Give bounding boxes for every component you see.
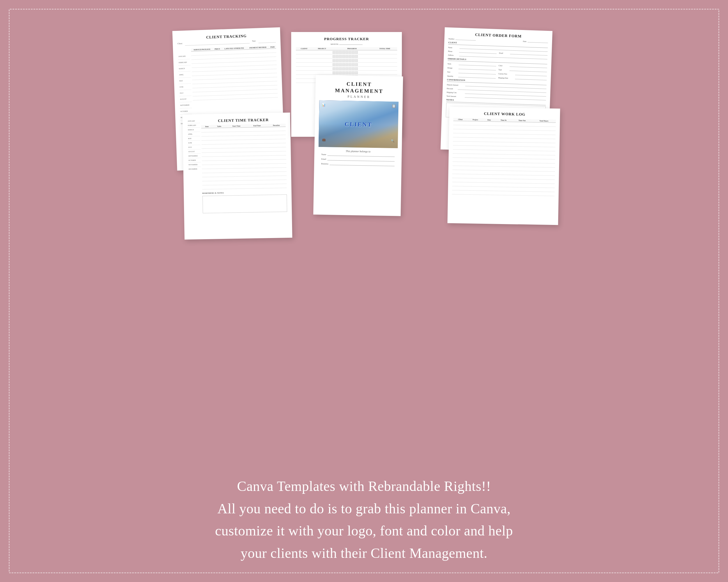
table-row xyxy=(296,67,397,71)
time-tracker-months: JANUARY FEBRUARY MARCH APRIL MAY JUNE JU… xyxy=(187,119,202,214)
shipping-line xyxy=(515,76,547,80)
time-tracker-card: JANUARY FEBRUARY MARCH APRIL MAY JUNE JU… xyxy=(182,113,292,240)
month-jan: JANUARY xyxy=(178,53,190,60)
address-lbl: Address xyxy=(448,54,458,56)
discount-lbl: Discount xyxy=(447,88,457,90)
month-feb: FEBRUARY xyxy=(178,59,190,66)
table-row xyxy=(296,50,397,54)
work-log-card: CLIENT WORK LOG Client Project Date Time… xyxy=(448,107,560,225)
table-row xyxy=(296,58,397,62)
design-field: Design xyxy=(447,66,496,71)
time-tracker-table: Date Tasks Start Time End Time Duration xyxy=(201,124,287,189)
size-lbl: Size xyxy=(447,71,458,73)
deposit-lbl: Deposit Amount xyxy=(447,84,464,86)
table-row xyxy=(296,62,397,67)
month-value xyxy=(339,45,363,45)
bottom-line2: All you need to do is to grab this plann… xyxy=(52,498,676,520)
work-log-table: Client Project Date Time In Time Out Tot… xyxy=(452,118,556,196)
table-row xyxy=(296,71,397,75)
ship-cost-lbl: Shipping Cost xyxy=(447,91,464,94)
th-date: Date xyxy=(201,125,213,128)
client-value-field xyxy=(185,40,250,46)
month-jul: JULY xyxy=(179,90,191,96)
email-line xyxy=(510,52,547,56)
name-lbl: Name xyxy=(448,47,458,49)
size-field: Size xyxy=(447,70,496,75)
qty-field: Quantity xyxy=(447,74,496,79)
documents-area: CLIENT TRACKING Client: Year: JANUARY FE… xyxy=(151,23,577,461)
style-line xyxy=(459,62,496,66)
management-planner-card: CLIENT MANAGEMENT PLANNER CLIENT 📊 📋 💼 🔍… xyxy=(313,75,403,216)
email-row: Email xyxy=(321,158,395,162)
tracking-table: SERVICE/PACKAGE PRICE LATE FEE/ OTHER FE… xyxy=(191,46,278,101)
month-label: MONTH: xyxy=(331,43,339,46)
time-tracker-title: CLIENT TIME TRACKER xyxy=(201,117,286,123)
th-project: PROJECT xyxy=(312,47,332,50)
conf-left: Deposit Amount Discount Shipping Cost To… xyxy=(446,83,547,101)
th-total-time: TOTAL TIME xyxy=(372,47,397,50)
th-progress: PROGRESS xyxy=(332,47,372,50)
bottom-text-area: Canva Templates with Rebrandable Rights!… xyxy=(23,467,705,570)
month-sep: SEPTEMBER xyxy=(179,102,192,108)
number-label: Number: xyxy=(448,38,455,40)
number-underline xyxy=(456,39,476,40)
month-apr: APRIL xyxy=(179,71,191,78)
type-line xyxy=(509,68,547,72)
month-aug: AUGUST xyxy=(179,96,192,102)
confirmation-fields: Deposit Amount Discount Shipping Cost To… xyxy=(446,83,547,101)
phone-lbl: Phone xyxy=(448,50,458,52)
bottom-line4: your clients with their Client Managemen… xyxy=(52,542,676,564)
year-value-field xyxy=(258,39,276,43)
style-field: Style xyxy=(448,62,496,66)
month-row: MONTH: xyxy=(296,43,397,46)
progress-cells xyxy=(333,51,371,54)
business-label: Business xyxy=(321,163,329,165)
shipping-lbl: Shipping Date xyxy=(498,77,514,79)
table-row xyxy=(296,54,397,58)
color-lbl: Color xyxy=(498,64,509,67)
date-underline xyxy=(528,42,548,43)
custom-field: Custom Text xyxy=(498,72,547,76)
th-client: CLIENT xyxy=(296,47,312,50)
order-right-col: Color Type Custom Text Shipping Date xyxy=(498,63,547,80)
name-row: Name xyxy=(321,154,395,157)
progress-tracker-title: PROGRESS TRACKER xyxy=(296,37,397,41)
style-lbl: Style xyxy=(448,63,458,65)
cover-icon-1: 📊 xyxy=(321,103,326,107)
type-lbl: Type xyxy=(498,69,509,71)
date-label: Date: xyxy=(523,40,527,42)
wl-th-client: Client xyxy=(453,118,467,121)
belongs-to-text: This planner belongs to xyxy=(318,149,398,154)
time-tracker-main: CLIENT TIME TRACKER Date Tasks Start Tim… xyxy=(201,117,287,213)
wl-th-date: Date xyxy=(484,118,495,122)
color-line xyxy=(510,64,547,68)
bottom-line3: customize it with your logo, font and co… xyxy=(52,520,676,542)
email-label: Email xyxy=(321,158,326,160)
qty-lbl: Quantity xyxy=(447,75,458,77)
email-lbl: Email xyxy=(499,52,509,54)
total-lbl: Total Amount xyxy=(446,95,464,98)
business-underline xyxy=(330,165,395,166)
year-label: Year: xyxy=(252,40,256,44)
custom-lbl: Custom Text xyxy=(498,73,514,75)
cover-icon-4: 🔍 xyxy=(391,139,394,142)
name-underline xyxy=(327,156,395,157)
notes-box xyxy=(202,194,287,213)
name-label: Name xyxy=(321,154,326,156)
month-may: MAY xyxy=(179,77,191,84)
email-underline xyxy=(327,160,395,162)
bottom-line1: Canva Templates with Rebrandable Rights!… xyxy=(52,475,676,498)
main-container: CLIENT TRACKING Client: Year: JANUARY FE… xyxy=(0,0,728,582)
planner-fields: Name Email Business xyxy=(318,154,398,166)
cover-overlay-text: CLIENT xyxy=(345,121,372,128)
order-details-fields: Style Design Size Quantity xyxy=(447,62,547,80)
shipping-field: Shipping Date xyxy=(498,76,547,80)
business-row: Business xyxy=(321,163,395,166)
phone-line xyxy=(459,50,496,54)
design-lbl: Design xyxy=(447,67,458,69)
month-mar: MARCH xyxy=(178,65,191,72)
date-field: Date: xyxy=(523,40,548,43)
time-tracker-inner: JANUARY FEBRUARY MARCH APRIL MAY JUNE JU… xyxy=(187,117,287,214)
planner-cover-image: CLIENT 📊 📋 💼 🔍 xyxy=(318,101,399,148)
th-tasks: Tasks xyxy=(213,125,226,128)
